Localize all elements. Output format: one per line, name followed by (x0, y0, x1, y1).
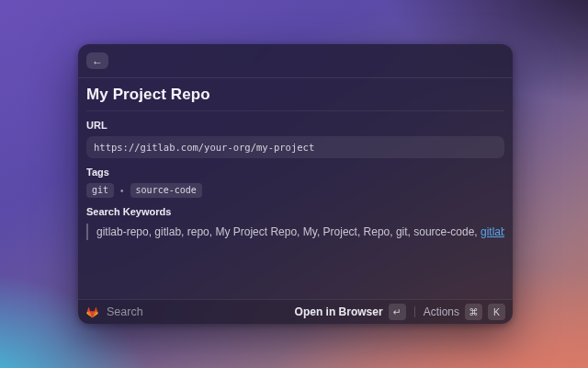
page-title: My Project Repo (86, 86, 504, 111)
tags-row: git • source-code (86, 183, 504, 198)
k-key-icon: K (488, 304, 505, 320)
gitlab-icon (85, 305, 99, 319)
keywords-label: Search Keywords (86, 206, 504, 217)
detail-window: ← My Project Repo URL https://gitlab.com… (78, 44, 513, 324)
open-in-browser-label: Open in Browser (295, 305, 383, 318)
footer-right: Open in Browser ↵ Actions ⌘ K (295, 304, 505, 320)
detail-content: My Project Repo URL https://gitlab.com/y… (78, 78, 513, 299)
window-header: ← (78, 44, 513, 78)
tag-separator: • (120, 186, 124, 196)
back-button[interactable]: ← (86, 52, 108, 69)
open-in-browser-button[interactable]: Open in Browser ↵ (295, 304, 406, 320)
url-label: URL (86, 120, 504, 131)
return-key-icon: ↵ (389, 304, 406, 320)
command-key-icon: ⌘ (465, 304, 482, 320)
url-code-block: https://gitlab.com/your-org/my-project (86, 136, 504, 158)
tags-label: Tags (86, 167, 504, 178)
back-arrow-icon: ← (92, 55, 103, 66)
actions-button[interactable]: Actions ⌘ K (424, 304, 505, 320)
actions-label: Actions (424, 305, 459, 318)
tag-pill: source-code (130, 183, 202, 198)
tag-pill: git (86, 183, 114, 198)
keywords-blockquote: gitlab-repo, gitlab, repo, My Project Re… (86, 224, 504, 240)
keywords-text: gitlab-repo, gitlab, repo, My Project Re… (96, 225, 481, 238)
footer-bar: Search Open in Browser ↵ Actions ⌘ K (78, 299, 513, 324)
footer-divider (414, 306, 415, 317)
footer-search-label: Search (107, 305, 143, 318)
keywords-link[interactable]: gitlab.com (481, 225, 504, 238)
footer-left: Search (85, 305, 143, 319)
